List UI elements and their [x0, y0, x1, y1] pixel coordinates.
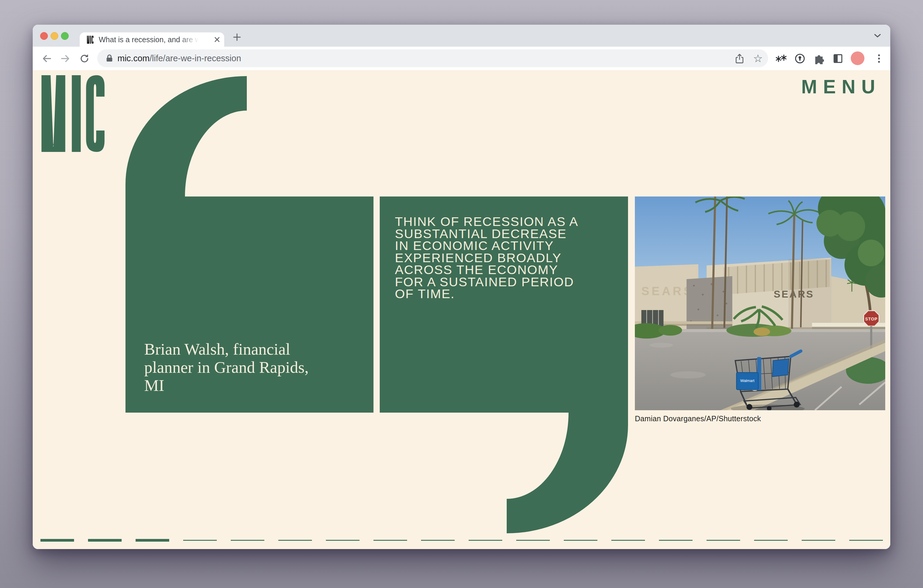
- back-button[interactable]: [41, 53, 53, 64]
- address-bar[interactable]: mic.com/life/are-we-in-recession ☆: [97, 49, 768, 67]
- url-path: /life/are-we-in-recession: [149, 54, 241, 63]
- photo-illustration: SEARS SEARS: [635, 197, 885, 410]
- tab-search-chevron-down-icon[interactable]: [874, 34, 881, 38]
- forward-arrow-icon: [60, 53, 71, 64]
- article-photo: SEARS SEARS: [635, 197, 885, 410]
- progress-dash[interactable]: [278, 540, 312, 541]
- menu-button[interactable]: MENU: [801, 77, 881, 96]
- back-arrow-icon: [42, 53, 53, 64]
- progress-dash[interactable]: [469, 540, 502, 541]
- progress-dash[interactable]: [326, 540, 360, 541]
- window-controls: [40, 32, 76, 39]
- extension-password-button[interactable]: [793, 52, 806, 65]
- lock-icon: [105, 54, 114, 63]
- sidebar-icon: [832, 53, 844, 64]
- share-icon: [734, 53, 745, 64]
- pull-quote-text: THINK OF RECESSION AS A SUBSTANTIAL DECR…: [395, 215, 633, 300]
- bookmark-button[interactable]: ☆: [752, 53, 764, 64]
- progress-dash[interactable]: [373, 540, 407, 541]
- reload-button[interactable]: [79, 53, 90, 64]
- profile-avatar[interactable]: [851, 51, 864, 65]
- browser-menu-button[interactable]: [872, 52, 885, 65]
- progress-dash[interactable]: [136, 539, 169, 542]
- extension-asterisks-button[interactable]: [775, 52, 788, 65]
- desktop: What is a recession, and are we: [0, 0, 923, 588]
- keyhole-circle-icon: [794, 53, 806, 64]
- pagination: [33, 537, 890, 544]
- puzzle-icon: [813, 52, 826, 65]
- forward-button[interactable]: [59, 53, 71, 64]
- progress-dash[interactable]: [801, 540, 835, 541]
- cart-brand-text: Walmart: [741, 378, 755, 383]
- new-tab-button[interactable]: [231, 31, 243, 43]
- progress-dash[interactable]: [754, 540, 788, 541]
- kebab-icon: [877, 53, 881, 64]
- progress-dash[interactable]: [41, 539, 74, 542]
- share-button[interactable]: [734, 53, 746, 64]
- progress-dash[interactable]: [516, 540, 550, 541]
- progress-dash[interactable]: [706, 540, 740, 541]
- tab-title: What is a recession, and are we: [99, 33, 200, 47]
- tab-close-icon[interactable]: [214, 36, 220, 43]
- tab-strip: What is a recession, and are we: [33, 25, 890, 47]
- progress-dash[interactable]: [564, 540, 598, 541]
- url-text: mic.com/life/are-we-in-recession: [117, 49, 241, 67]
- minimize-window-button[interactable]: [51, 32, 58, 40]
- mic-logo-icon: [41, 75, 105, 152]
- sears-sign-right: SEARS: [774, 288, 814, 300]
- asterisks-icon: [775, 54, 787, 64]
- mic-logo[interactable]: MIC: [41, 75, 105, 152]
- browser-window: What is a recession, and are we: [33, 25, 890, 549]
- progress-dash[interactable]: [421, 540, 455, 541]
- browser-toolbar: mic.com/life/are-we-in-recession ☆: [33, 47, 890, 70]
- progress-dash[interactable]: [611, 540, 645, 541]
- progress-dash[interactable]: [659, 540, 693, 541]
- progress-dash[interactable]: [183, 540, 217, 541]
- extensions-button[interactable]: [813, 52, 826, 65]
- stop-sign-text: STOP: [866, 317, 878, 321]
- close-window-button[interactable]: [40, 32, 48, 40]
- progress-dash[interactable]: [88, 539, 122, 542]
- progress-dash[interactable]: [231, 540, 264, 541]
- reload-icon: [79, 53, 90, 64]
- mic-favicon-icon: [87, 36, 94, 44]
- fullscreen-window-button[interactable]: [61, 32, 69, 40]
- progress-dash[interactable]: [849, 540, 883, 541]
- sears-sign-left: SEARS: [641, 284, 694, 297]
- star-icon: ☆: [753, 53, 763, 64]
- browser-tab[interactable]: What is a recession, and are we: [80, 33, 224, 47]
- photo-caption: Damian Dovarganes/AP/Shutterstock: [635, 414, 761, 423]
- plus-icon: [233, 33, 241, 42]
- sidebar-toggle-button[interactable]: [831, 52, 844, 65]
- quote-attribution: Brian Walsh, financial planner in Grand …: [144, 340, 309, 394]
- url-domain: mic.com: [117, 54, 149, 63]
- page-content: MIC MENU THINK OF RECESSION AS A SUBSTAN…: [33, 70, 890, 549]
